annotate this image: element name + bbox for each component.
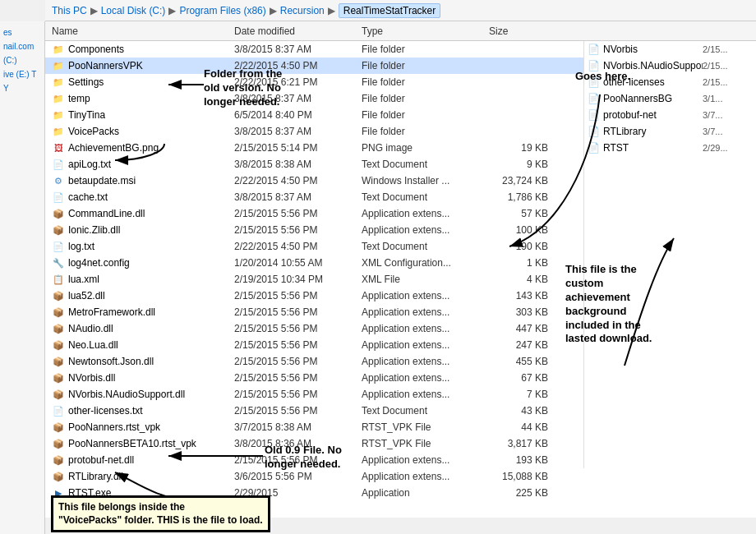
file-name-cell: 📦Newtonsoft.Json.dll [45,355,234,368]
file-name-cell: 📁TinyTina [45,108,234,122]
file-size-cell: 7 KB [489,389,555,400]
dll-icon: 📦 [52,306,65,319]
col-type-header[interactable]: Type [362,25,489,37]
file-name-cell: 🖼AchievementBG.png [45,141,234,154]
right-file-name: 📄protobuf-net [588,109,703,121]
right-file-label: protobuf-net [603,109,657,121]
file-name-label: RTLibrary.dll [68,471,123,482]
file-type-cell: File folder [362,109,489,121]
col-size-header[interactable]: Size [489,25,555,37]
breadcrumb-recursion[interactable]: Recursion [280,5,325,16]
folder-icon: 📁 [52,76,65,89]
file-size-cell: 447 KB [489,323,555,334]
folder-icon: 📁 [52,125,65,138]
right-file-label: RTST [603,142,629,154]
xml-icon: 📋 [52,273,65,286]
breadcrumb-thispc[interactable]: This PC [52,5,87,16]
list-item[interactable]: 📄NVorbis2/15... [584,41,756,58]
dll-icon: 📦 [52,289,65,302]
dll-icon: 📦 [52,388,65,401]
left-sidebar: es nail.com (C:) ive (E:) T Y [0,21,45,534]
breadcrumb-programfiles[interactable]: Program Files (x86) [179,5,265,16]
sidebar-item-es[interactable]: es [0,25,44,39]
dll-icon: 📦 [52,470,65,483]
vpk-icon: 📦 [52,421,65,434]
breadcrumb-sep-0: ▶ [90,5,98,16]
file-name-cell: 📦MetroFramework.dll [45,306,234,319]
file-name-cell: 📦lua52.dll [45,289,234,302]
file-name-label: other-licenses.txt [68,405,143,417]
folder-icon: 📁 [52,43,65,56]
file-type-cell: Application extens... [362,306,489,318]
file-size-cell: 19 KB [489,142,555,154]
file-name-label: cache.txt [68,191,108,203]
txt-icon: 📄 [52,158,65,171]
file-type-cell: Text Document [362,405,489,417]
file-date-cell: 3/6/2015 5:56 PM [234,471,362,482]
right-file-date: 3/7... [703,110,722,120]
file-name-label: NVorbis.dll [68,372,115,384]
file-date-cell: 2/22/2015 4:50 PM [234,175,362,186]
file-size-cell: 4 KB [489,274,555,285]
file-name-label: temp [68,93,90,104]
file-name-cell: 📄apiLog.txt [45,158,234,171]
sidebar-item-mail[interactable]: nail.com [0,39,44,53]
col-name-header[interactable]: Name [45,25,234,37]
file-date-cell: 2/22/2015 4:50 PM [234,241,362,252]
right-file-name: 📄RTLibrary [588,126,703,137]
file-name-cell: 🔧log4net.config [45,256,234,269]
folder-icon: 📁 [52,59,65,72]
file-icon: 📄 [588,44,600,55]
right-file-date: 2/15... [703,44,728,54]
breadcrumb-active[interactable]: RealTimeStatTracker [339,3,440,18]
right-file-label: RTLibrary [603,126,646,137]
file-size-cell: 190 KB [489,241,555,252]
file-date-cell: 2/15/2015 5:56 PM [234,208,362,219]
file-name-label: lua.xml [68,274,99,285]
file-size-cell: 43 KB [489,405,555,417]
file-size-cell: 225 KB [489,487,555,499]
file-size-cell: 9 KB [489,159,555,170]
table-row[interactable]: 📦RTLibrary.dll3/6/2015 5:56 PMApplicatio… [45,468,756,485]
list-item[interactable]: 📄RTST2/29... [584,140,756,156]
breadcrumb-localdisk[interactable]: Local Disk (C:) [101,5,166,16]
sidebar-item-e[interactable]: ive (E:) T [0,67,44,81]
col-date-header[interactable]: Date modified [234,25,362,37]
file-name-cell: 📁Components [45,43,234,56]
list-item[interactable]: 📄protobuf-net3/7... [584,107,756,123]
file-type-cell: Application extens... [362,224,489,236]
file-icon: 📄 [588,142,600,154]
file-name-label: Newtonsoft.Json.dll [68,356,154,367]
file-type-cell: File folder [362,60,489,71]
dll-icon: 📦 [52,207,65,220]
annotation-old-09: Old 0.9 File. Nolonger needed. [265,444,342,472]
file-size-cell: 1 KB [489,257,555,269]
file-date-cell: 2/19/2015 10:34 PM [234,274,362,285]
dll-icon: 📦 [52,371,65,384]
sidebar-item-y[interactable]: Y [0,81,44,95]
list-item[interactable]: 📄RTLibrary3/7... [584,123,756,140]
right-file-date: 3/1... [703,94,722,104]
right-file-date: 3/7... [703,127,722,136]
file-size-cell: 303 KB [489,306,555,318]
file-type-cell: Application extens... [362,290,489,302]
file-size-cell: 15,088 KB [489,471,555,482]
file-name-cell: 📦CommandLine.dll [45,207,234,220]
file-type-cell: Application extens... [362,454,489,466]
file-type-cell: PNG image [362,142,489,154]
file-type-cell: Application extens... [362,323,489,334]
file-name-cell: 📦NAudio.dll [45,322,234,335]
file-name-cell: 📦PooNannersBETA10.rtst_vpk [45,437,234,450]
list-item[interactable]: 📄PooNannersBG3/1... [584,90,756,107]
file-date-cell: 3/8/2015 8:37 AM [234,191,362,203]
file-size-cell: 247 KB [489,339,555,351]
file-type-cell: Application extens... [362,389,489,400]
sidebar-item-c[interactable]: (C:) [0,53,44,67]
file-name-label: TinyTina [68,109,105,121]
file-date-cell: 6/5/2014 8:40 PM [234,109,362,121]
file-date-cell: 2/15/2015 5:56 PM [234,356,362,367]
file-name-label: VoicePacks [68,126,119,137]
file-type-cell: Application extens... [362,372,489,384]
annotation-custom-bg: This file is thecustomachievementbackgro… [565,263,652,346]
file-date-cell: 2/15/2015 5:56 PM [234,372,362,384]
